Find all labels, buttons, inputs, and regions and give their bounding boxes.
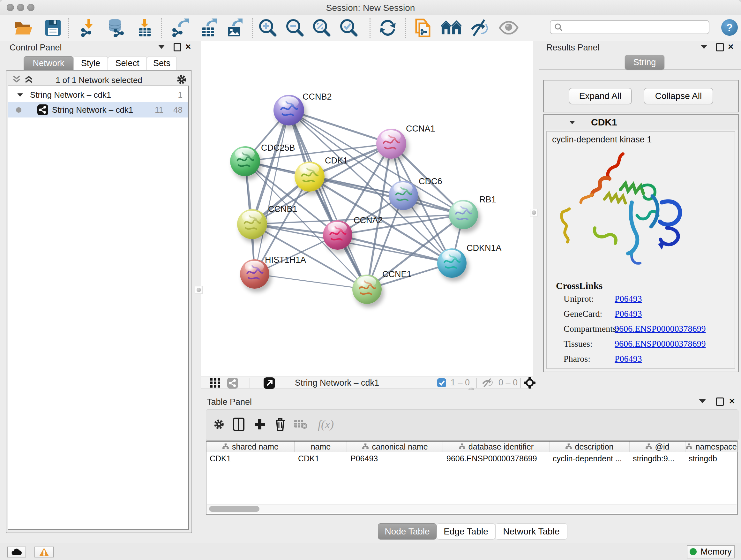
- table-cell[interactable]: CDK1: [206, 452, 295, 464]
- show-columns-button[interactable]: [230, 415, 248, 434]
- close-panel-icon[interactable]: ×: [185, 44, 191, 50]
- create-column-button[interactable]: [251, 415, 269, 434]
- show-all-button[interactable]: [498, 17, 519, 38]
- crosslink-link[interactable]: 9606.ENSP00000378699: [615, 339, 705, 349]
- import-network-file-button[interactable]: [78, 17, 99, 38]
- network-node-ccnb2[interactable]: [273, 95, 304, 125]
- selected-checkbox-icon[interactable]: [437, 378, 446, 387]
- right-splitter-handle[interactable]: [530, 209, 538, 216]
- import-table-button[interactable]: [134, 17, 155, 38]
- zoom-fit-button[interactable]: [312, 17, 332, 38]
- column-type-icon: [565, 443, 572, 450]
- network-row-selected[interactable]: String Network – cdk1 11 48: [8, 102, 188, 118]
- detach-view-icon[interactable]: [264, 377, 275, 389]
- crosslink-link[interactable]: P06493: [615, 309, 642, 319]
- save-session-button[interactable]: [43, 17, 63, 38]
- tree-expand-icon[interactable]: [17, 93, 23, 97]
- delete-column-button[interactable]: [271, 415, 289, 434]
- table-cell[interactable]: CDK1: [295, 452, 347, 464]
- network-node-cdkn1a[interactable]: [437, 248, 467, 278]
- cloud-status-button[interactable]: [7, 547, 26, 557]
- export-table-button[interactable]: [199, 17, 219, 38]
- tab-sets[interactable]: Sets: [147, 56, 177, 70]
- export-network-button[interactable]: [171, 17, 191, 38]
- zoom-in-button[interactable]: [258, 17, 278, 38]
- control-panel-title: Control Panel: [10, 43, 62, 53]
- protein-description: cyclin-dependent kinase 1: [552, 135, 652, 145]
- table-cell[interactable]: cyclin-dependent ...: [549, 452, 630, 464]
- column-header-canonical-name[interactable]: canonical name: [347, 442, 443, 452]
- network-node-cdc6[interactable]: [389, 181, 418, 210]
- panel-menu-icon[interactable]: [158, 45, 165, 49]
- network-node-cdc25b[interactable]: [230, 146, 260, 176]
- float-panel-icon[interactable]: [174, 43, 181, 51]
- table-cell[interactable]: stringdb: [685, 452, 738, 464]
- gear-icon[interactable]: [176, 74, 187, 85]
- table-cell[interactable]: stringdb:9...: [630, 452, 685, 464]
- close-panel-icon[interactable]: ×: [728, 44, 734, 50]
- search-box[interactable]: [550, 20, 710, 34]
- table-settings-button[interactable]: [210, 415, 228, 434]
- birds-eye-icon[interactable]: [524, 377, 536, 388]
- export-network-icon: [172, 18, 190, 37]
- apply-layout-button[interactable]: [378, 17, 398, 38]
- export-image-button[interactable]: [225, 17, 245, 38]
- tab-network-table[interactable]: Network Table: [495, 523, 567, 540]
- network-node-rb1[interactable]: [449, 200, 478, 229]
- tab-node-table[interactable]: Node Table: [378, 523, 436, 540]
- column-header-name[interactable]: name: [295, 442, 347, 452]
- help-button[interactable]: ?: [721, 19, 738, 36]
- column-header-namespace[interactable]: namespace: [685, 442, 738, 452]
- zoom-out-button[interactable]: [285, 17, 305, 38]
- grid-view-icon[interactable]: [210, 378, 220, 388]
- tab-string[interactable]: String: [625, 55, 664, 70]
- search-input[interactable]: [562, 22, 701, 32]
- network-canvas[interactable]: CCNB2 CCNA1 CDC25B CDK1 CDC6 RB1 CCNB1 C…: [201, 41, 533, 376]
- network-collection-row[interactable]: String Network – cdk1 1: [8, 87, 188, 102]
- import-network-database-button[interactable]: [106, 17, 126, 38]
- zoom-selected-button[interactable]: [339, 17, 359, 38]
- close-panel-icon[interactable]: ×: [729, 398, 735, 404]
- warnings-button[interactable]: [35, 547, 54, 557]
- clone-network-button[interactable]: [413, 17, 434, 38]
- network-node-ccnb1[interactable]: [237, 209, 267, 239]
- tab-network[interactable]: Network: [23, 56, 73, 70]
- view-share-icon[interactable]: [227, 378, 238, 388]
- network-edge[interactable]: [289, 110, 391, 144]
- column-header-description[interactable]: description: [549, 442, 630, 452]
- table-cell[interactable]: P06493: [347, 452, 443, 464]
- horizontal-scrollbar[interactable]: [207, 504, 737, 513]
- protein-card-header[interactable]: CDK1: [544, 115, 738, 130]
- float-panel-icon[interactable]: [716, 397, 724, 406]
- network-node-cdk1[interactable]: [294, 162, 325, 192]
- hide-selected-button[interactable]: [469, 17, 489, 38]
- tab-style[interactable]: Style: [73, 56, 108, 70]
- collapse-card-icon[interactable]: [569, 120, 576, 124]
- open-session-button[interactable]: [13, 17, 34, 38]
- crosslink-link[interactable]: 9606.ENSP00000378699: [615, 324, 705, 334]
- first-neighbors-button[interactable]: [441, 17, 461, 38]
- column-header--id[interactable]: @id: [630, 442, 685, 452]
- scrollbar-thumb[interactable]: [209, 506, 259, 512]
- crosslink-link[interactable]: P06493: [615, 354, 642, 364]
- tab-select[interactable]: Select: [108, 56, 147, 70]
- tab-edge-table[interactable]: Edge Table: [436, 523, 495, 540]
- left-splitter-handle[interactable]: [195, 286, 203, 294]
- column-header-database-identifier[interactable]: database identifier: [443, 442, 549, 452]
- panel-menu-icon[interactable]: [699, 399, 706, 403]
- network-edge[interactable]: [255, 274, 367, 289]
- function-builder-button[interactable]: f(x): [312, 415, 340, 434]
- network-node-ccne1[interactable]: [352, 274, 382, 304]
- network-node-ccna1[interactable]: [376, 129, 406, 159]
- delete-table-button[interactable]: [292, 415, 310, 434]
- column-header-shared-name[interactable]: shared name: [206, 442, 295, 452]
- hidden-eye-icon[interactable]: [481, 378, 495, 387]
- collapse-all-button[interactable]: Collapse All: [644, 88, 713, 105]
- crosslink-link[interactable]: P06493: [615, 294, 642, 304]
- expand-all-button[interactable]: Expand All: [569, 88, 632, 105]
- memory-button[interactable]: Memory: [687, 545, 735, 558]
- network-node-ccna2[interactable]: [323, 220, 352, 250]
- panel-menu-icon[interactable]: [700, 45, 708, 49]
- float-panel-icon[interactable]: [716, 43, 724, 51]
- table-cell[interactable]: 9606.ENSP00000378699: [443, 452, 549, 464]
